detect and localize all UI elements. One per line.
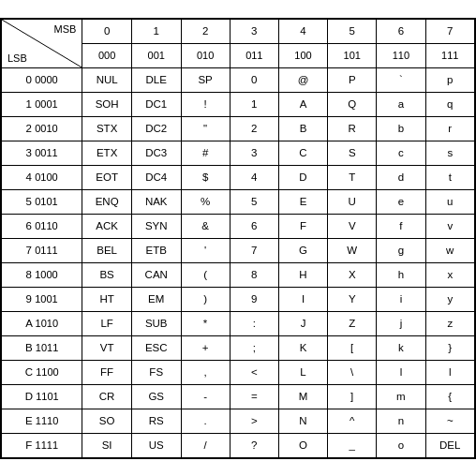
cell-r14-c7: ~ (425, 409, 474, 433)
cell-r8-c1: CAN (131, 262, 181, 287)
cell-r13-c0: CR (82, 384, 132, 409)
row-lsb-val: 0 (26, 74, 32, 85)
cell-r9-c3: 9 (230, 287, 278, 311)
row-header-lsb-1: 1 0001 (2, 92, 82, 116)
cell-r14-c1: RS (131, 409, 181, 433)
cell-r8-c0: BS (82, 262, 132, 287)
cell-r10-c3: : (230, 311, 278, 335)
cell-r10-c5: Z (328, 311, 377, 335)
cell-r0-c0: NUL (82, 67, 132, 92)
cell-r3-c3: 3 (230, 141, 278, 165)
cell-r15-c5: _ (328, 433, 377, 457)
col-header-msb-6: 6 (377, 19, 425, 43)
cell-r15-c6: o (377, 433, 425, 457)
cell-r13-c3: = (230, 384, 278, 409)
cell-r11-c5: [ (328, 335, 377, 360)
col-header-binary-3: 011 (230, 43, 278, 67)
cell-r13-c1: GS (131, 384, 181, 409)
table-row: E 1110SORS.>N^n~ (2, 409, 475, 433)
row-header-lsb-12: C 1100 (2, 360, 82, 384)
table-row: D 1101CRGS-=M]m{ (2, 384, 475, 409)
row-lsb-val: B (25, 342, 33, 353)
cell-r5-c4: E (278, 189, 327, 214)
cell-r10-c0: LF (82, 311, 132, 335)
col-header-msb-0: 0 (82, 19, 132, 43)
row-lsb-val: F (25, 439, 32, 451)
cell-r2-c0: STX (82, 116, 132, 141)
row-header-lsb-3: 3 0011 (2, 141, 82, 165)
cell-r1-c2: ! (181, 92, 230, 116)
cell-r14-c2: . (181, 409, 230, 433)
row-header-lsb-6: 6 0110 (2, 214, 82, 238)
row-binary-val: 0011 (35, 147, 57, 158)
row-binary-val: 1101 (36, 391, 58, 402)
row-lsb-val: C (25, 366, 33, 378)
col-header-msb-1: 1 (131, 19, 181, 43)
cell-r4-c1: DC4 (131, 165, 181, 189)
table-row: C 1100FFFS,<L\ll (2, 360, 475, 384)
cell-r11-c1: ESC (131, 335, 181, 360)
cell-r6-c2: & (181, 214, 230, 238)
cell-r0-c3: 0 (230, 67, 278, 92)
cell-r15-c7: DEL (425, 433, 474, 457)
cell-r2-c3: 2 (230, 116, 278, 141)
row-lsb-val: 1 (26, 98, 32, 110)
col-header-binary-4: 100 (278, 43, 327, 67)
cell-r1-c7: q (425, 92, 474, 116)
table-row: 1 0001SOHDC1!1AQaq (2, 92, 475, 116)
cell-r1-c4: A (278, 92, 327, 116)
col-header-binary-5: 101 (328, 43, 377, 67)
cell-r9-c1: EM (131, 287, 181, 311)
table-row: A 1010LFSUB*:JZjz (2, 311, 475, 335)
col-header-binary-1: 001 (131, 43, 181, 67)
cell-r7-c7: w (425, 238, 474, 262)
cell-r14-c6: n (377, 409, 425, 433)
row-header-lsb-14: E 1110 (2, 409, 82, 433)
cell-r8-c2: ( (181, 262, 230, 287)
cell-r2-c4: B (278, 116, 327, 141)
table-row: B 1011VTESC+;K[k} (2, 335, 475, 360)
cell-r7-c5: W (328, 238, 377, 262)
table-row: 7 0111BELETB'7GWgw (2, 238, 475, 262)
cell-r13-c5: ] (328, 384, 377, 409)
cell-r4-c0: EOT (82, 165, 132, 189)
row-header-lsb-7: 7 0111 (2, 238, 82, 262)
cell-r7-c0: BEL (82, 238, 132, 262)
cell-r10-c7: z (425, 311, 474, 335)
row-header-lsb-5: 5 0101 (2, 189, 82, 214)
table-row: F 1111SIUS/?O_oDEL (2, 433, 475, 457)
cell-r11-c6: k (377, 335, 425, 360)
cell-r13-c2: - (181, 384, 230, 409)
cell-r5-c1: NAK (131, 189, 181, 214)
cell-r11-c3: ; (230, 335, 278, 360)
table-row: 6 0110ACKSYN&6FVfv (2, 214, 475, 238)
ascii-table: MSB LSB 01234567000001010011100101110111… (0, 18, 476, 459)
cell-r2-c6: b (377, 116, 425, 141)
row-header-lsb-15: F 1111 (2, 433, 82, 457)
cell-r6-c0: ACK (82, 214, 132, 238)
row-header-lsb-8: 8 1000 (2, 262, 82, 287)
cell-r12-c6: l (377, 360, 425, 384)
row-lsb-val: 9 (26, 293, 32, 305)
col-header-msb-5: 5 (328, 19, 377, 43)
cell-r14-c3: > (230, 409, 278, 433)
cell-r4-c5: T (328, 165, 377, 189)
cell-r3-c7: s (425, 141, 474, 165)
cell-r13-c4: M (278, 384, 327, 409)
col-header-msb-2: 2 (181, 19, 230, 43)
row-binary-val: 0111 (35, 245, 57, 256)
table-row: 5 0101ENQNAK%5EUeu (2, 189, 475, 214)
cell-r13-c6: m (377, 384, 425, 409)
cell-r3-c4: C (278, 141, 327, 165)
cell-r3-c5: S (328, 141, 377, 165)
cell-r1-c1: DC1 (131, 92, 181, 116)
cell-r9-c2: ) (181, 287, 230, 311)
cell-r7-c3: 7 (230, 238, 278, 262)
cell-r4-c7: t (425, 165, 474, 189)
row-header-lsb-0: 0 0000 (2, 67, 82, 92)
row-binary-val: 1001 (35, 293, 57, 305)
row-binary-val: 1111 (36, 439, 58, 451)
cell-r13-c7: { (425, 384, 474, 409)
row-header-lsb-11: B 1011 (2, 335, 82, 360)
row-header-lsb-4: 4 0100 (2, 165, 82, 189)
